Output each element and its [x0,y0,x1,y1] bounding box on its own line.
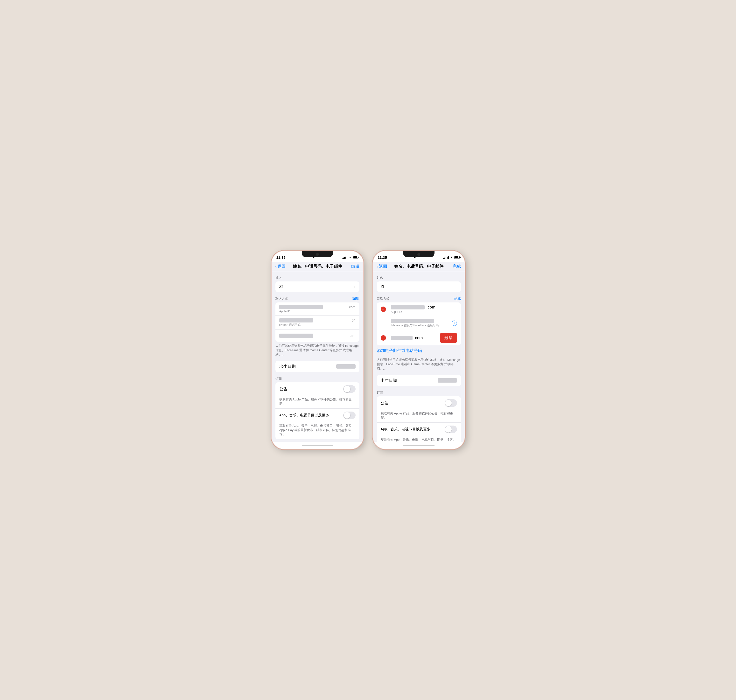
sub2-toggle-left[interactable] [343,412,356,419]
chevron-left-icon-right: ‹ [377,264,378,269]
minus-btn-3-right[interactable]: − [381,335,386,341]
screen-right: ‹ 返回 姓名、电话号码、电子邮件 完成 姓名 Zf 联络方式 完成 [373,262,465,442]
name-card-right: Zf [377,281,461,292]
contact-row-1-left: .com Apple ID [275,303,359,316]
subscriptions-card-left: 公告 获取有关 Apple 产品、服务和软件的公告、推荐和更新。 App、音乐、… [275,382,359,439]
notch-camera-right [417,253,420,256]
contact-sub-2-left: iPhone 通话号码 [279,323,356,327]
status-icons-right: ▲ [443,256,460,259]
contact-edit-left[interactable]: 编辑 [352,296,359,301]
done-button-right[interactable]: 完成 [446,263,461,269]
phones-container: 11:35 ⮞ ▲ ‹ 返回 [272,251,465,449]
contact-label-left: 联络方式 [275,297,352,301]
time-right: 11:35 [378,255,387,259]
blurred-email-3-left [279,334,313,338]
blurred-email-1-right [391,305,425,309]
nav-title-left: 姓名、电话号码、电子邮件 [290,263,345,269]
home-indicator-left [272,442,363,449]
minus-btn-1-right[interactable]: − [381,307,386,312]
contact-row-2-left: 64 iPhone 通话号码 [275,316,359,330]
birthday-label-right: 出生日期 [381,378,438,383]
subscription-1-left: 公告 [275,382,359,396]
sub1-desc-left: 获取有关 Apple 产品、服务和软件的公告、推荐和更新。 [275,396,359,409]
blurred-email-3-right [391,336,412,340]
contact-header-left: 联络方式 编辑 [272,292,363,303]
chevron-left-icon-left: ‹ [275,264,277,269]
contact-card-left: .com Apple ID 64 iPhone 通话号码 [275,303,359,342]
contact-row-3-left: .om [275,330,359,342]
sub2-label-left: App、音乐、电视节目以及更多... [279,413,343,418]
back-button-left[interactable]: ‹ 返回 [275,263,290,269]
contact-header-right: 联络方式 完成 [373,292,465,303]
screen-left: ‹ 返回 姓名、电话号码、电子邮件 编辑 姓名 Zf › 联络方式 [272,262,363,442]
birthday-row-left: 出生日期 [275,361,359,372]
phone-left: 11:35 ⮞ ▲ ‹ 返回 [272,251,363,449]
delete-button-right[interactable]: 删除 [440,332,457,343]
chevron-right-icon-name: › [354,285,356,289]
contact-row-2-right: iMessage 信息与 FaceTime 通话号码 i [377,316,461,330]
sub2-toggle-right[interactable] [445,425,457,433]
apple-id-sub-right: Apple ID [391,310,457,313]
signal-icon-right [443,256,449,259]
name-value-left: Zf [279,284,352,289]
wifi-icon-left: ▲ [349,256,352,259]
sub1-label-left: 公告 [279,386,343,392]
scroll-left[interactable]: 姓名 Zf › 联络方式 编辑 [272,271,363,442]
subscriptions-label-left: 订阅 [272,372,363,382]
contact-card-right: − .com Apple ID [377,303,461,346]
contact-done-right[interactable]: 完成 [453,296,461,301]
name-card-left: Zf › [275,281,359,292]
nav-bar-left: ‹ 返回 姓名、电话号码、电子邮件 编辑 [272,262,363,271]
time-left: 11:35 [277,255,286,259]
name-section-label-left: 姓名 [272,271,363,281]
name-section-label-right: 姓名 [373,271,465,281]
sub1-toggle-right[interactable] [445,399,457,407]
name-value-right: Zf [381,284,457,289]
signal-icon-left [342,256,347,259]
birthday-row-right: 出生日期 [377,375,461,386]
name-row-right: Zf [377,281,461,292]
info-button-right[interactable]: i [452,321,457,326]
name-row-left[interactable]: Zf › [275,281,359,292]
edit-button-left[interactable]: 编辑 [345,263,359,269]
subscriptions-card-right: 公告 获取有关 Apple 产品、服务和软件的公告、推荐和更新。 App、音乐、… [377,396,461,442]
birthday-value-left [336,364,356,369]
subscription-2-left: App、音乐、电视节目以及更多... [275,409,359,422]
nav-title-right: 姓名、电话号码、电子邮件 [391,263,446,269]
subscription-2-right: App、音乐、电视节目以及更多... [377,422,461,436]
subscription-1-right: 公告 [377,396,461,410]
sub2-desc-left: 获取有关 App、音乐、电影、电视节目、图书、播客、 Apple Pay 等的最… [275,422,359,439]
sub1-desc-right: 获取有关 Apple 产品、服务和软件的公告、推荐和更新。 [377,410,461,422]
birthday-label-left: 出生日期 [279,364,336,369]
status-icons-left: ▲ [342,256,358,259]
blurred-phone-right [391,319,434,323]
contact-row-3-right: − .com 删除 [377,330,461,346]
blurred-email-1-left [279,305,323,309]
scroll-right[interactable]: 姓名 Zf 联络方式 完成 − [373,271,465,442]
subscriptions-label-right: 订阅 [373,386,465,396]
manage-link-left[interactable]: 了解数据的管理方式... [272,439,363,442]
contact-row-1-right: − .com Apple ID [377,303,461,316]
contact-desc-left: 人们可以使用这些电话号码和电子邮件地址，通过 iMessage 信息、FaceT… [272,342,363,357]
sub2-desc-right: 获取有关 App、音乐、电影、电视节目、图书、播客、 Apple Pay 等的最… [377,436,461,442]
sub2-label-right: App、音乐、电视节目以及更多... [381,427,445,432]
phone-right: 11:35 ⮞ ▲ ‹ 返回 [373,251,465,449]
birthday-value-right [438,378,457,382]
battery-icon-left [353,256,358,259]
imessage-sub-right: iMessage 信息与 FaceTime 通话号码 [391,324,449,328]
contact-sub-1-left: Apple ID [279,310,356,313]
nav-bar-right: ‹ 返回 姓名、电话号码、电子邮件 完成 [373,262,465,271]
contact-desc-right: 人们可以使用这些电话号码和电子邮件地址，通过 iMessage 信息、FaceT… [373,356,465,371]
notch-camera [316,253,319,256]
home-indicator-right [373,442,465,449]
sub1-toggle-left[interactable] [343,385,356,393]
wifi-icon-right: ▲ [450,256,453,259]
battery-icon-right [454,256,459,259]
blurred-phone-left [279,318,313,322]
sub1-label-right: 公告 [381,400,445,406]
contact-label-right: 联络方式 [377,297,453,301]
back-button-right[interactable]: ‹ 返回 [377,263,391,269]
add-link-right[interactable]: 添加电子邮件或电话号码 [373,346,465,356]
